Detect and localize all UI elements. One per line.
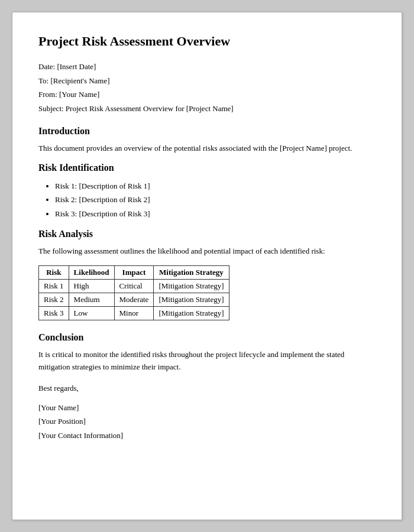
closing-position: [Your Position] — [38, 414, 376, 428]
col-header-likelihood: Likelihood — [69, 266, 114, 280]
cell-likelihood-2: Medium — [69, 293, 114, 307]
closing-name: [Your Name] — [38, 401, 376, 414]
risk-identification-section: Risk Identification Risk 1: [Description… — [38, 163, 376, 220]
conclusion-section: Conclusion It is critical to monitor the… — [38, 332, 376, 372]
col-header-impact: Impact — [114, 266, 154, 280]
meta-to: To: [Recipient's Name] — [38, 74, 376, 87]
col-header-risk: Risk — [39, 266, 69, 280]
conclusion-body: It is critical to monitor the identified… — [38, 349, 376, 372]
cell-impact-1: Critical — [114, 280, 154, 293]
meta-block: Date: [Insert Date] To: [Recipient's Nam… — [38, 60, 376, 115]
risk-analysis-heading: Risk Analysis — [38, 229, 376, 239]
risk-identification-heading: Risk Identification — [38, 163, 376, 173]
cell-risk-3: Risk 3 — [39, 307, 69, 320]
introduction-body: This document provides an overview of th… — [38, 142, 376, 154]
meta-from: From: [Your Name] — [38, 87, 376, 101]
introduction-section: Introduction This document provides an o… — [38, 126, 376, 154]
document-title: Project Risk Assessment Overview — [38, 34, 376, 49]
closing-regards: Best regards, — [38, 381, 376, 395]
list-item: Risk 3: [Description of Risk 3] — [55, 207, 376, 220]
table-row: Risk 3 Low Minor [Mitigation Strategy] — [39, 307, 229, 320]
table-row: Risk 2 Medium Moderate [Mitigation Strat… — [39, 293, 229, 307]
closing-block: Best regards, [Your Name] [Your Position… — [38, 381, 376, 443]
cell-impact-3: Minor — [114, 307, 154, 320]
cell-impact-2: Moderate — [114, 293, 154, 307]
cell-mitigation-3: [Mitigation Strategy] — [154, 307, 229, 320]
list-item: Risk 1: [Description of Risk 1] — [55, 179, 376, 193]
table-row: Risk 1 High Critical [Mitigation Strateg… — [39, 280, 229, 293]
meta-date: Date: [Insert Date] — [38, 60, 376, 73]
cell-mitigation-2: [Mitigation Strategy] — [154, 293, 229, 307]
risk-table: Risk Likelihood Impact Mitigation Strate… — [38, 265, 229, 320]
cell-likelihood-1: High — [69, 280, 114, 293]
col-header-mitigation: Mitigation Strategy — [154, 266, 229, 280]
cell-likelihood-3: Low — [69, 307, 114, 320]
document-container: Project Risk Assessment Overview Date: [… — [12, 12, 402, 520]
cell-risk-2: Risk 2 — [39, 293, 69, 307]
closing-contact: [Your Contact Information] — [38, 429, 376, 442]
list-item: Risk 2: [Description of Risk 2] — [55, 193, 376, 206]
risk-identification-list: Risk 1: [Description of Risk 1] Risk 2: … — [55, 179, 376, 220]
cell-risk-1: Risk 1 — [39, 280, 69, 293]
cell-mitigation-1: [Mitigation Strategy] — [154, 280, 229, 293]
risk-analysis-section: Risk Analysis The following assessment o… — [38, 229, 376, 320]
risk-analysis-intro: The following assessment outlines the li… — [38, 245, 376, 257]
table-header-row: Risk Likelihood Impact Mitigation Strate… — [39, 266, 229, 280]
introduction-heading: Introduction — [38, 126, 376, 137]
meta-subject: Subject: Project Risk Assessment Overvie… — [38, 102, 376, 115]
conclusion-heading: Conclusion — [38, 332, 376, 343]
